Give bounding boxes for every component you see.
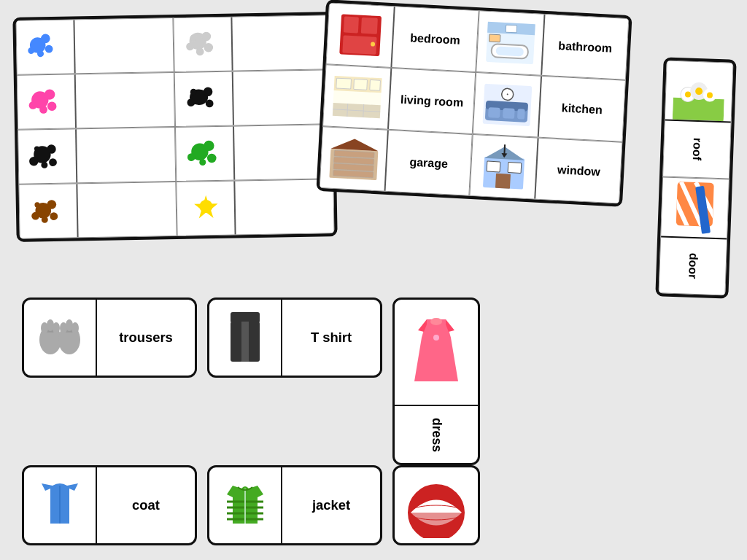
brown-splat-icon — [176, 127, 235, 181]
black-splat-icon — [175, 72, 234, 126]
clothes-row2: coat jacket — [22, 465, 480, 545]
svg-point-30 — [206, 154, 216, 163]
yellow-label — [78, 209, 176, 211]
black-label — [233, 97, 331, 98]
svg-point-14 — [47, 101, 56, 111]
color-card-white — [15, 18, 174, 75]
svg-rect-105 — [231, 322, 243, 362]
bedroom-icon — [327, 3, 395, 67]
door-label: door — [659, 236, 727, 295]
svg-rect-104 — [231, 312, 260, 323]
svg-rect-107 — [241, 322, 249, 362]
room-card-garage: garage — [320, 126, 473, 196]
svg-point-35 — [50, 212, 58, 220]
door-icon — [661, 177, 729, 238]
green-label — [77, 155, 175, 156]
trousers-label: trousers — [97, 330, 195, 346]
clothes-card-jacket: jacket — [207, 465, 382, 545]
dress-icon — [395, 300, 478, 405]
svg-point-112 — [433, 335, 439, 341]
svg-rect-59 — [369, 79, 380, 90]
svg-rect-65 — [516, 109, 525, 120]
garage-icon — [320, 127, 389, 191]
clothes-card-partial — [392, 465, 480, 545]
svg-rect-42 — [360, 18, 377, 34]
svg-point-103 — [71, 322, 79, 334]
bathroom-label: bathroom — [543, 38, 627, 55]
room-card-bathroom: bathroom — [476, 10, 629, 80]
svg-rect-77 — [508, 163, 522, 174]
white-splat-icon — [16, 20, 75, 74]
svg-point-3 — [44, 45, 53, 53]
coat-icon — [24, 467, 97, 543]
color-card-yellow — [18, 182, 177, 239]
svg-rect-49 — [495, 46, 524, 56]
room-card-kitchen: kitchen — [473, 72, 626, 142]
room-card-window: window — [469, 134, 622, 204]
bathroom-icon — [476, 11, 545, 75]
jacket-label: jacket — [282, 497, 380, 513]
roof-label: roof — [663, 119, 731, 178]
svg-rect-41 — [343, 16, 358, 33]
red-splat-icon — [174, 18, 233, 71]
window-label: window — [537, 162, 621, 179]
svg-rect-76 — [487, 161, 500, 172]
jacket-icon — [209, 467, 282, 543]
color-card-green — [18, 127, 176, 184]
clothes-card-trousers: trousers — [22, 298, 197, 378]
color-card-red — [173, 15, 331, 72]
garage-label: garage — [387, 154, 471, 171]
room-card-bedroom: bedroom — [326, 2, 479, 72]
living-room-label: living room — [390, 92, 474, 109]
rooms-flashcard-set: bedroom bathroom — [316, 0, 632, 207]
v-card-door: door — [658, 176, 729, 295]
svg-rect-81 — [673, 98, 724, 121]
colors-flashcard-set — [12, 12, 337, 242]
color-card-grey — [176, 179, 334, 236]
v-card-roof: roof — [662, 60, 734, 179]
color-card-black — [174, 69, 333, 127]
svg-rect-106 — [247, 322, 260, 362]
roof-icon — [665, 61, 733, 122]
colors-grid — [12, 12, 337, 242]
window-icon — [470, 135, 538, 199]
svg-rect-57 — [336, 78, 351, 89]
svg-rect-64 — [502, 108, 514, 119]
dress-label: dress — [395, 405, 478, 463]
clothes-card-dress: dress — [392, 298, 480, 465]
color-card-pink — [17, 72, 175, 130]
clothes-row1: trousers T shirt — [22, 298, 480, 465]
clothes-card-coat: coat — [22, 465, 197, 545]
svg-rect-47 — [506, 25, 517, 33]
svg-point-24 — [49, 158, 57, 166]
coat-label: coat — [97, 497, 195, 513]
living-room-icon — [323, 65, 392, 129]
svg-rect-50 — [489, 34, 500, 42]
red-label — [233, 42, 330, 44]
vertical-strip: roof door — [655, 57, 736, 298]
pink-label — [76, 100, 174, 101]
clothes-card-tshirt: T shirt — [207, 298, 382, 378]
rooms-grid: bedroom bathroom — [316, 0, 632, 207]
svg-rect-78 — [495, 174, 510, 189]
color-card-brown — [175, 124, 333, 182]
pink-splat-icon — [18, 74, 77, 128]
room-card-living-room: living room — [322, 64, 476, 134]
kitchen-label: kitchen — [540, 100, 624, 117]
svg-point-100 — [53, 322, 60, 334]
white-label — [75, 45, 173, 47]
green-splat-icon — [18, 129, 77, 183]
grey-splat-icon — [177, 182, 236, 236]
grey-label — [236, 206, 333, 208]
tshirt-icon — [209, 300, 282, 376]
tshirt-label: T shirt — [282, 330, 380, 346]
svg-rect-63 — [488, 107, 500, 118]
svg-point-111 — [430, 318, 442, 325]
trousers-icon — [24, 300, 97, 376]
kitchen-icon — [473, 73, 542, 137]
yellow-splat-icon — [19, 184, 78, 238]
svg-rect-58 — [353, 79, 367, 90]
bedroom-label: bedroom — [393, 31, 477, 48]
